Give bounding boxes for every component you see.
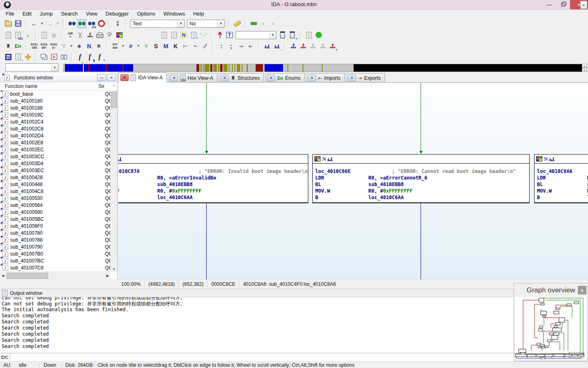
undefine-x-button[interactable]: × — [94, 42, 103, 51]
script-file-button[interactable] — [304, 31, 313, 40]
search-again-binoculars-button[interactable] — [77, 19, 86, 28]
edit-pencil-button[interactable] — [200, 42, 209, 51]
jump-xref-from-button[interactable] — [169, 31, 178, 40]
xreftree-gray-button[interactable] — [318, 42, 327, 51]
basic-block-1[interactable]: Nloc_4010C86E ; "ERROR: Cannot read boot… — [312, 154, 530, 203]
function-list-item[interactable]: fsub_401004C8QC — [0, 188, 111, 195]
number-hash-button[interactable]: # — [126, 42, 135, 51]
basic-block-header[interactable]: N — [535, 155, 588, 164]
search-direction-select[interactable]: No▼ — [187, 20, 225, 28]
search-binoculars-button[interactable] — [67, 19, 76, 28]
callgraph-blue-button[interactable] — [289, 42, 298, 51]
forward-button[interactable]: → — [45, 19, 54, 28]
function-list-item[interactable]: fsub_401002C8QC — [0, 125, 111, 132]
function-list-item[interactable]: fsub_401007C8QC — [0, 264, 111, 271]
enum-m-button[interactable]: M — [161, 42, 170, 51]
minimize-button[interactable]: — — [542, 0, 556, 9]
flower-icon-button[interactable] — [215, 31, 224, 40]
function-list-item[interactable]: fsub_401007BCQC — [0, 257, 111, 264]
graph-overview-close-button[interactable]: x — [578, 286, 586, 294]
semicolon-comment-button[interactable]: ; — [227, 42, 236, 51]
tabbar-dropdown-button[interactable]: ▼ — [580, 1, 587, 9]
gear-button[interactable] — [23, 52, 32, 61]
tab-close-icon[interactable]: × — [220, 75, 229, 81]
navband-down-button[interactable]: ▾ — [582, 68, 587, 72]
tab-exports[interactable]: ×⇥Exports — [346, 73, 385, 82]
comment-left-button[interactable]: ⇤ — [246, 42, 255, 51]
setup-wrench-button[interactable] — [105, 31, 114, 40]
rename-n-button[interactable]: N — [179, 31, 188, 40]
function-list-item[interactable]: fsub_401003D4QC — [0, 160, 111, 167]
menu-edit[interactable]: Edit — [18, 11, 36, 17]
tab-ida-view-a[interactable]: ×IDA View-A — [118, 72, 167, 83]
jar-add-button[interactable] — [278, 31, 287, 40]
name-n-button[interactable]: N — [85, 42, 94, 51]
jump-xref-to-button[interactable] — [160, 31, 169, 40]
fit-graph-button[interactable]: ╳ — [76, 31, 85, 40]
hscroll-thumb[interactable] — [7, 273, 48, 279]
flowchart-button[interactable] — [85, 31, 94, 40]
callgraph-red-button[interactable] — [298, 42, 307, 51]
function-list-item[interactable]: fsub_40100564QC — [0, 202, 111, 209]
menu-file[interactable]: File — [2, 11, 18, 17]
hscroll-left-arrow[interactable]: ◀ — [0, 274, 6, 278]
function-list-item[interactable]: fsub_401002D4QC — [0, 132, 111, 139]
function-f-button[interactable]: f — [76, 52, 85, 61]
string-style-button[interactable]: "s" — [59, 42, 68, 51]
stack-chart-button[interactable] — [263, 42, 272, 51]
vscroll-thumb[interactable] — [111, 92, 117, 108]
zoom-100-button[interactable]: 100% — [66, 31, 75, 40]
tab-enums[interactable]: ×EnEnums — [265, 73, 304, 82]
offset-dropdown[interactable]: ▾ — [120, 42, 125, 51]
output-log[interactable]: Can not set debug privilege: 并非所有被引用的特权或… — [0, 297, 588, 353]
tab-close-icon[interactable]: × — [267, 75, 275, 81]
menu-help[interactable]: Help — [189, 11, 208, 17]
struct-offset-button[interactable]: ⊢ — [181, 42, 190, 51]
graph-overview-titlebar[interactable]: Graph overview x — [514, 283, 588, 297]
comment-right-button[interactable]: ⇥ — [236, 42, 245, 51]
menu-search[interactable]: Search — [57, 11, 82, 17]
number-dropdown[interactable]: ▾ — [136, 42, 141, 51]
menu-jump[interactable]: Jump — [36, 11, 57, 17]
make-data-button[interactable]: 0101DAT — [40, 42, 49, 51]
menu-view[interactable]: View — [82, 11, 101, 17]
tab-close-icon[interactable]: × — [170, 75, 178, 81]
colors-palette-button[interactable] — [115, 31, 124, 40]
green-status-circle[interactable] — [314, 31, 323, 40]
binary-search-binoculars-button[interactable]: 101 — [87, 19, 96, 28]
toolbar-empty-select[interactable]: ▼ — [236, 31, 276, 39]
xrefgraph-gray-button[interactable] — [308, 42, 317, 51]
calculator-button[interactable] — [4, 52, 13, 61]
make-array-button[interactable]: ∗ — [75, 42, 84, 51]
tab-hex-view-a[interactable]: ×101Hex View-A — [168, 73, 217, 82]
function-list-item[interactable]: fsub_401002ECQC — [0, 146, 111, 153]
jump-anchor-button[interactable]: ↧ — [113, 19, 122, 28]
enums-en-button[interactable]: En — [13, 42, 22, 51]
function-list-item[interactable]: fsub_401006F0QC — [0, 222, 111, 229]
function-list-item[interactable]: fsub_401003CCQC — [0, 153, 111, 160]
hscroll-right-arrow[interactable]: ▶ — [105, 274, 111, 278]
graph-canvas[interactable]: Nloc_4010C87A ; "ERROR: Invalid boot ima… — [118, 83, 588, 279]
make-code-button[interactable]: 0101COD — [30, 42, 39, 51]
script-command-button[interactable]: ▪ — [13, 52, 22, 61]
callgraph-redx-button[interactable]: × — [328, 42, 337, 51]
locked-window-button[interactable]: ▣ — [49, 31, 58, 40]
cascade-windows-button[interactable] — [40, 52, 49, 61]
function-list-item[interactable]: fsub_4010019CQC — [0, 111, 111, 118]
tab-close-icon[interactable]: × — [348, 75, 356, 81]
green-minus-button[interactable] — [249, 19, 258, 28]
functions-horizontal-scrollbar[interactable]: ◀ ▶ — [0, 272, 111, 279]
restore-button[interactable] — [556, 0, 570, 9]
stack-pointer-button[interactable]: ↕ — [272, 42, 281, 51]
basic-block-0[interactable]: Nloc_4010C87A ; "ERROR: Invalid boot ima… — [118, 154, 308, 203]
menu-options[interactable]: Options — [133, 11, 159, 17]
column-function-name[interactable]: Function name — [0, 83, 98, 89]
char-button[interactable]: 'x' — [142, 42, 151, 51]
menu-debugger[interactable]: Debugger — [101, 11, 133, 17]
tab-close-icon[interactable]: × — [308, 75, 316, 81]
text-t-button[interactable]: T — [225, 31, 234, 40]
back-dropdown[interactable]: ▾ — [40, 19, 45, 28]
navigation-band[interactable]: ▼ — [63, 64, 582, 72]
hexdump-view-button[interactable]: 101 — [13, 31, 22, 40]
window-r-button[interactable]: R — [49, 52, 58, 61]
